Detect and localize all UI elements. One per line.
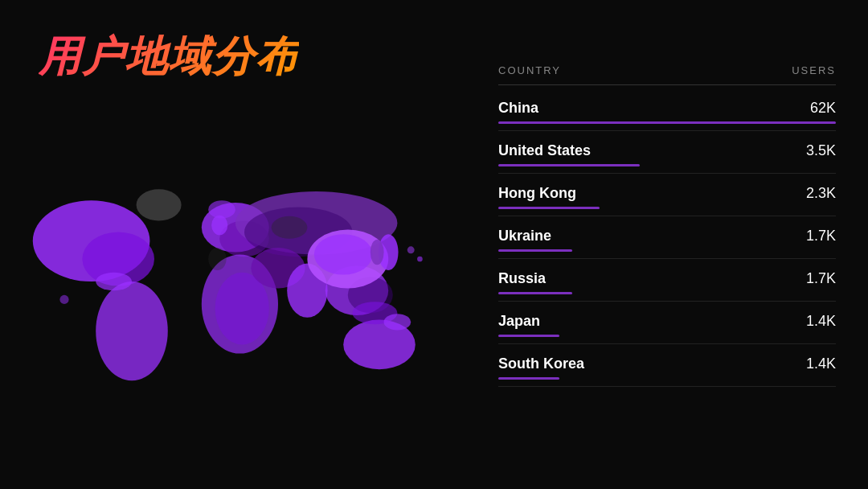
user-count: 1.7K: [806, 270, 836, 287]
column-header-users: USERS: [792, 64, 836, 76]
table-row: United States3.5K: [498, 131, 836, 174]
svg-point-25: [417, 257, 423, 262]
bar-fill: [498, 292, 572, 294]
user-count: 1.4K: [806, 313, 836, 330]
user-count: 2.3K: [806, 185, 836, 202]
country-name: Hong Kong: [498, 185, 576, 202]
svg-point-4: [96, 281, 168, 380]
bar-track: [498, 335, 836, 337]
bar-fill: [498, 335, 559, 337]
svg-point-24: [407, 246, 415, 253]
bar-track: [498, 377, 836, 380]
table-row: Ukraine1.7K: [498, 216, 836, 259]
table-header: COUNTRY USERS: [498, 64, 836, 85]
bar-track: [498, 164, 836, 166]
bar-track: [498, 292, 836, 294]
country-name: Russia: [498, 270, 546, 287]
table-row: China62K: [498, 88, 836, 131]
table-rows: China62KUnited States3.5KHong Kong2.3KUk…: [498, 88, 836, 387]
bar-fill: [498, 164, 640, 166]
svg-point-18: [371, 240, 384, 265]
bar-fill: [498, 377, 559, 380]
svg-point-28: [208, 248, 226, 270]
svg-point-16: [314, 234, 373, 274]
svg-point-21: [384, 314, 411, 330]
page-title: 用户地域分布: [39, 29, 299, 85]
bar-track: [498, 121, 836, 124]
table-row: Hong Kong2.3K: [498, 174, 836, 216]
table-row: Russia1.7K: [498, 259, 836, 302]
country-name: Ukraine: [498, 228, 551, 244]
country-name: Japan: [498, 313, 540, 330]
user-count: 3.5K: [806, 142, 836, 159]
bar-track: [498, 207, 836, 209]
user-count: 1.4K: [806, 355, 836, 372]
svg-point-27: [272, 216, 308, 239]
bar-track: [498, 249, 836, 252]
svg-point-23: [211, 216, 227, 236]
bar-fill: [498, 121, 836, 124]
svg-point-26: [59, 295, 68, 304]
svg-point-2: [137, 189, 182, 220]
user-count: 1.7K: [806, 228, 836, 244]
bar-fill: [498, 207, 600, 209]
user-count: 62K: [810, 100, 836, 117]
column-header-country: COUNTRY: [498, 64, 561, 76]
bar-fill: [498, 249, 572, 252]
table-row: Japan1.4K: [498, 302, 836, 344]
country-users-table: COUNTRY USERS China62KUnited States3.5KH…: [498, 64, 836, 387]
table-row: South Korea1.4K: [498, 344, 836, 387]
country-name: China: [498, 100, 538, 117]
country-name: United States: [498, 142, 591, 159]
world-map: [19, 97, 469, 466]
country-name: South Korea: [498, 355, 584, 372]
